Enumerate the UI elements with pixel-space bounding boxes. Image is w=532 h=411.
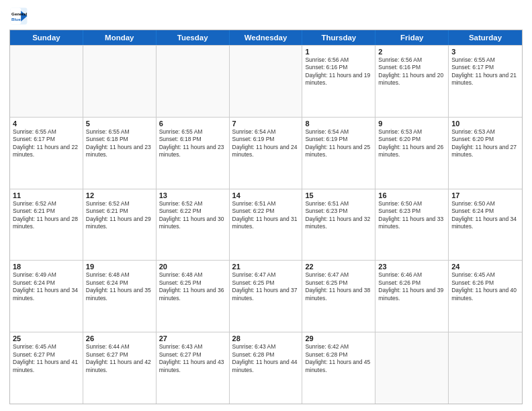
day-info: Sunrise: 6:56 AM Sunset: 6:16 PM Dayligh…: [378, 56, 445, 87]
day-info: Sunrise: 6:53 AM Sunset: 6:20 PM Dayligh…: [378, 128, 445, 159]
header-cell-thursday: Thursday: [302, 30, 375, 45]
day-number: 27: [159, 334, 226, 342]
day-info: Sunrise: 6:51 AM Sunset: 6:23 PM Dayligh…: [305, 200, 372, 231]
calendar-body: 1Sunrise: 6:56 AM Sunset: 6:16 PM Daylig…: [10, 45, 522, 404]
day-info: Sunrise: 6:47 AM Sunset: 6:25 PM Dayligh…: [305, 271, 372, 302]
day-number: 29: [305, 334, 372, 342]
day-number: 8: [305, 120, 372, 128]
day-cell-23: 23Sunrise: 6:46 AM Sunset: 6:26 PM Dayli…: [375, 261, 449, 332]
page: General Blue SundayMondayTuesdayWednesda…: [0, 0, 532, 411]
day-info: Sunrise: 6:54 AM Sunset: 6:19 PM Dayligh…: [305, 128, 372, 159]
day-cell-7: 7Sunrise: 6:54 AM Sunset: 6:19 PM Daylig…: [230, 118, 303, 189]
day-number: 21: [232, 263, 300, 271]
calendar-header-row: SundayMondayTuesdayWednesdayThursdayFrid…: [10, 30, 522, 45]
day-number: 5: [86, 120, 153, 128]
day-cell-25: 25Sunrise: 6:45 AM Sunset: 6:27 PM Dayli…: [10, 332, 83, 404]
header-cell-sunday: Sunday: [10, 30, 83, 45]
day-info: Sunrise: 6:55 AM Sunset: 6:18 PM Dayligh…: [159, 128, 226, 159]
day-number: 15: [305, 191, 372, 199]
day-number: 16: [378, 191, 445, 199]
day-cell-28: 28Sunrise: 6:43 AM Sunset: 6:28 PM Dayli…: [230, 332, 303, 404]
day-cell-14: 14Sunrise: 6:51 AM Sunset: 6:22 PM Dayli…: [230, 189, 303, 261]
empty-cell-0-1: [83, 46, 157, 117]
week-row-0: 1Sunrise: 6:56 AM Sunset: 6:16 PM Daylig…: [10, 45, 522, 117]
day-info: Sunrise: 6:48 AM Sunset: 6:24 PM Dayligh…: [86, 271, 153, 302]
day-number: 20: [159, 263, 226, 271]
day-cell-17: 17Sunrise: 6:50 AM Sunset: 6:24 PM Dayli…: [449, 189, 522, 261]
day-cell-2: 2Sunrise: 6:56 AM Sunset: 6:16 PM Daylig…: [375, 46, 449, 117]
day-number: 9: [378, 120, 445, 128]
day-info: Sunrise: 6:55 AM Sunset: 6:18 PM Dayligh…: [86, 128, 153, 159]
day-number: 3: [451, 48, 519, 56]
day-info: Sunrise: 6:55 AM Sunset: 6:17 PM Dayligh…: [451, 56, 519, 87]
day-number: 11: [13, 191, 80, 199]
day-number: 28: [232, 334, 300, 342]
day-cell-12: 12Sunrise: 6:52 AM Sunset: 6:21 PM Dayli…: [83, 189, 157, 261]
day-cell-4: 4Sunrise: 6:55 AM Sunset: 6:17 PM Daylig…: [10, 118, 83, 189]
day-number: 23: [378, 263, 445, 271]
day-info: Sunrise: 6:51 AM Sunset: 6:22 PM Dayligh…: [232, 200, 300, 231]
logo-icon: General Blue: [9, 7, 28, 26]
day-info: Sunrise: 6:45 AM Sunset: 6:27 PM Dayligh…: [13, 343, 80, 374]
day-number: 7: [232, 120, 300, 128]
day-info: Sunrise: 6:43 AM Sunset: 6:28 PM Dayligh…: [232, 343, 300, 374]
day-cell-29: 29Sunrise: 6:42 AM Sunset: 6:28 PM Dayli…: [302, 332, 375, 404]
day-info: Sunrise: 6:50 AM Sunset: 6:23 PM Dayligh…: [378, 200, 445, 231]
day-cell-15: 15Sunrise: 6:51 AM Sunset: 6:23 PM Dayli…: [302, 189, 375, 261]
day-cell-27: 27Sunrise: 6:43 AM Sunset: 6:27 PM Dayli…: [157, 332, 230, 404]
day-number: 19: [86, 263, 153, 271]
day-number: 18: [13, 263, 80, 271]
header-cell-friday: Friday: [375, 30, 449, 45]
empty-cell-4-6: [449, 332, 522, 404]
day-number: 6: [159, 120, 226, 128]
day-info: Sunrise: 6:46 AM Sunset: 6:26 PM Dayligh…: [378, 271, 445, 302]
day-cell-20: 20Sunrise: 6:48 AM Sunset: 6:25 PM Dayli…: [157, 261, 230, 332]
day-cell-26: 26Sunrise: 6:44 AM Sunset: 6:27 PM Dayli…: [83, 332, 157, 404]
day-cell-19: 19Sunrise: 6:48 AM Sunset: 6:24 PM Dayli…: [83, 261, 157, 332]
day-info: Sunrise: 6:47 AM Sunset: 6:25 PM Dayligh…: [232, 271, 300, 302]
empty-cell-0-3: [230, 46, 303, 117]
day-cell-9: 9Sunrise: 6:53 AM Sunset: 6:20 PM Daylig…: [375, 118, 449, 189]
day-number: 26: [86, 334, 153, 342]
day-info: Sunrise: 6:50 AM Sunset: 6:24 PM Dayligh…: [451, 200, 519, 231]
day-info: Sunrise: 6:44 AM Sunset: 6:27 PM Dayligh…: [86, 343, 153, 374]
day-info: Sunrise: 6:49 AM Sunset: 6:24 PM Dayligh…: [13, 271, 80, 302]
day-number: 17: [451, 191, 519, 199]
day-cell-11: 11Sunrise: 6:52 AM Sunset: 6:21 PM Dayli…: [10, 189, 83, 261]
day-cell-8: 8Sunrise: 6:54 AM Sunset: 6:19 PM Daylig…: [302, 118, 375, 189]
day-cell-5: 5Sunrise: 6:55 AM Sunset: 6:18 PM Daylig…: [83, 118, 157, 189]
day-number: 4: [13, 120, 80, 128]
calendar: SundayMondayTuesdayWednesdayThursdayFrid…: [9, 30, 523, 404]
day-info: Sunrise: 6:52 AM Sunset: 6:21 PM Dayligh…: [13, 200, 80, 231]
day-info: Sunrise: 6:45 AM Sunset: 6:26 PM Dayligh…: [451, 271, 519, 302]
header-cell-wednesday: Wednesday: [230, 30, 303, 45]
day-number: 24: [451, 263, 519, 271]
day-info: Sunrise: 6:56 AM Sunset: 6:16 PM Dayligh…: [305, 56, 372, 87]
day-cell-6: 6Sunrise: 6:55 AM Sunset: 6:18 PM Daylig…: [157, 118, 230, 189]
day-cell-24: 24Sunrise: 6:45 AM Sunset: 6:26 PM Dayli…: [449, 261, 522, 332]
day-info: Sunrise: 6:48 AM Sunset: 6:25 PM Dayligh…: [159, 271, 226, 302]
svg-text:Blue: Blue: [11, 17, 21, 21]
day-cell-22: 22Sunrise: 6:47 AM Sunset: 6:25 PM Dayli…: [302, 261, 375, 332]
day-info: Sunrise: 6:55 AM Sunset: 6:17 PM Dayligh…: [13, 128, 80, 159]
empty-cell-0-0: [10, 46, 83, 117]
day-cell-1: 1Sunrise: 6:56 AM Sunset: 6:16 PM Daylig…: [302, 46, 375, 117]
day-info: Sunrise: 6:43 AM Sunset: 6:27 PM Dayligh…: [159, 343, 226, 374]
week-row-2: 11Sunrise: 6:52 AM Sunset: 6:21 PM Dayli…: [10, 189, 522, 261]
day-number: 2: [378, 48, 445, 56]
day-cell-16: 16Sunrise: 6:50 AM Sunset: 6:23 PM Dayli…: [375, 189, 449, 261]
day-info: Sunrise: 6:52 AM Sunset: 6:22 PM Dayligh…: [159, 200, 226, 231]
week-row-1: 4Sunrise: 6:55 AM Sunset: 6:17 PM Daylig…: [10, 117, 522, 189]
day-number: 22: [305, 263, 372, 271]
day-cell-10: 10Sunrise: 6:53 AM Sunset: 6:20 PM Dayli…: [449, 118, 522, 189]
day-info: Sunrise: 6:54 AM Sunset: 6:19 PM Dayligh…: [232, 128, 300, 159]
empty-cell-4-5: [375, 332, 449, 404]
week-row-3: 18Sunrise: 6:49 AM Sunset: 6:24 PM Dayli…: [10, 260, 522, 332]
day-number: 25: [13, 334, 80, 342]
header-cell-saturday: Saturday: [449, 30, 522, 45]
day-number: 13: [159, 191, 226, 199]
logo: General Blue: [9, 7, 28, 26]
day-info: Sunrise: 6:53 AM Sunset: 6:20 PM Dayligh…: [451, 128, 519, 159]
day-number: 14: [232, 191, 300, 199]
svg-text:General: General: [11, 11, 27, 16]
